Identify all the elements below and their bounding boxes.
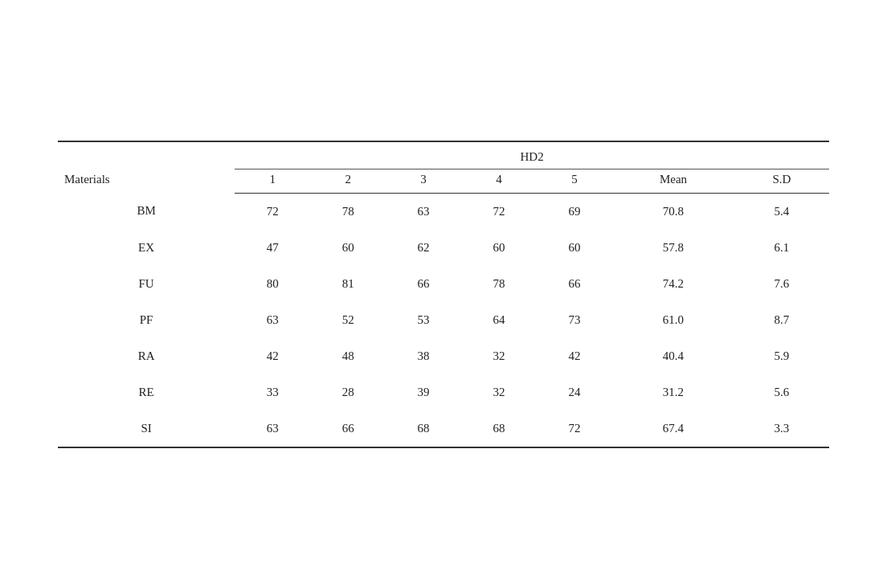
val-sd: 5.9	[734, 338, 829, 374]
val-mean: 31.2	[612, 374, 734, 410]
table-row: RE332839322431.25.6	[58, 374, 829, 410]
val-2: 78	[310, 193, 386, 230]
val-5: 24	[537, 374, 612, 410]
val-5: 66	[537, 266, 612, 302]
material-name: RA	[58, 338, 235, 374]
val-5: 72	[537, 410, 612, 447]
val-2: 52	[310, 302, 386, 338]
col-header-1: 1	[235, 169, 310, 193]
val-mean: 40.4	[612, 338, 734, 374]
material-name: RE	[58, 374, 235, 410]
table-body: BM727863726970.85.4EX476062606057.86.1FU…	[58, 193, 829, 447]
table-row: FU808166786674.27.6	[58, 266, 829, 302]
val-4: 78	[461, 266, 537, 302]
val-5: 69	[537, 193, 612, 230]
material-name: FU	[58, 266, 235, 302]
val-3: 68	[386, 410, 461, 447]
val-2: 48	[310, 338, 386, 374]
col-header-mean: Mean	[612, 169, 734, 193]
material-name: PF	[58, 302, 235, 338]
material-name: SI	[58, 410, 235, 447]
val-1: 47	[235, 230, 310, 266]
material-name: BM	[58, 193, 235, 230]
val-1: 42	[235, 338, 310, 374]
val-1: 63	[235, 302, 310, 338]
val-5: 73	[537, 302, 612, 338]
val-2: 66	[310, 410, 386, 447]
val-4: 60	[461, 230, 537, 266]
val-1: 33	[235, 374, 310, 410]
val-3: 38	[386, 338, 461, 374]
val-sd: 3.3	[734, 410, 829, 447]
table-row: RA424838324240.45.9	[58, 338, 829, 374]
val-1: 72	[235, 193, 310, 230]
val-1: 63	[235, 410, 310, 447]
col-header-2: 2	[310, 169, 386, 193]
val-3: 62	[386, 230, 461, 266]
val-sd: 5.4	[734, 193, 829, 230]
val-2: 60	[310, 230, 386, 266]
table-row: EX476062606057.86.1	[58, 230, 829, 266]
col-header-5: 5	[537, 169, 612, 193]
materials-header: Materials	[58, 141, 235, 194]
val-4: 72	[461, 193, 537, 230]
table-row: BM727863726970.85.4	[58, 193, 829, 230]
val-3: 63	[386, 193, 461, 230]
val-1: 80	[235, 266, 310, 302]
val-mean: 74.2	[612, 266, 734, 302]
val-3: 53	[386, 302, 461, 338]
table-wrapper: Materials HD2 1 2 3 4 5 Mean S.D BM72786…	[58, 125, 829, 464]
material-name: EX	[58, 230, 235, 266]
val-4: 32	[461, 338, 537, 374]
val-mean: 70.8	[612, 193, 734, 230]
val-2: 28	[310, 374, 386, 410]
val-3: 66	[386, 266, 461, 302]
col-header-4: 4	[461, 169, 537, 193]
data-table: Materials HD2 1 2 3 4 5 Mean S.D BM72786…	[58, 141, 829, 448]
val-2: 81	[310, 266, 386, 302]
table-row: PF635253647361.08.7	[58, 302, 829, 338]
val-4: 32	[461, 374, 537, 410]
table-row: SI636668687267.43.3	[58, 410, 829, 447]
val-3: 39	[386, 374, 461, 410]
val-sd: 8.7	[734, 302, 829, 338]
val-4: 68	[461, 410, 537, 447]
hd2-group-header: HD2	[235, 141, 829, 169]
header-row-top: Materials HD2	[58, 141, 829, 169]
val-mean: 61.0	[612, 302, 734, 338]
val-4: 64	[461, 302, 537, 338]
col-header-sd: S.D	[734, 169, 829, 193]
val-mean: 57.8	[612, 230, 734, 266]
val-sd: 5.6	[734, 374, 829, 410]
val-sd: 7.6	[734, 266, 829, 302]
val-sd: 6.1	[734, 230, 829, 266]
val-mean: 67.4	[612, 410, 734, 447]
val-5: 60	[537, 230, 612, 266]
val-5: 42	[537, 338, 612, 374]
col-header-3: 3	[386, 169, 461, 193]
